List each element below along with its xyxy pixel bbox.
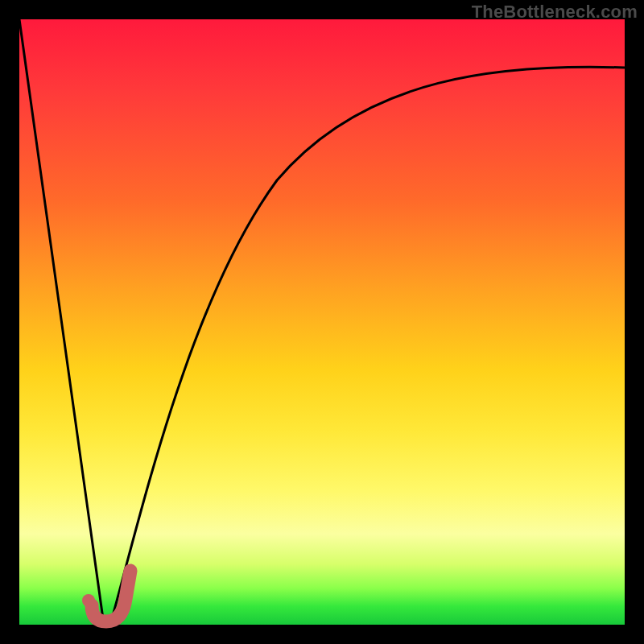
chart-plot-area: [19, 19, 625, 625]
bottleneck-curve: [19, 19, 625, 625]
curve-path: [19, 19, 625, 625]
outer-frame: TheBottleneck.com: [0, 0, 644, 644]
marker-dot: [82, 594, 95, 607]
